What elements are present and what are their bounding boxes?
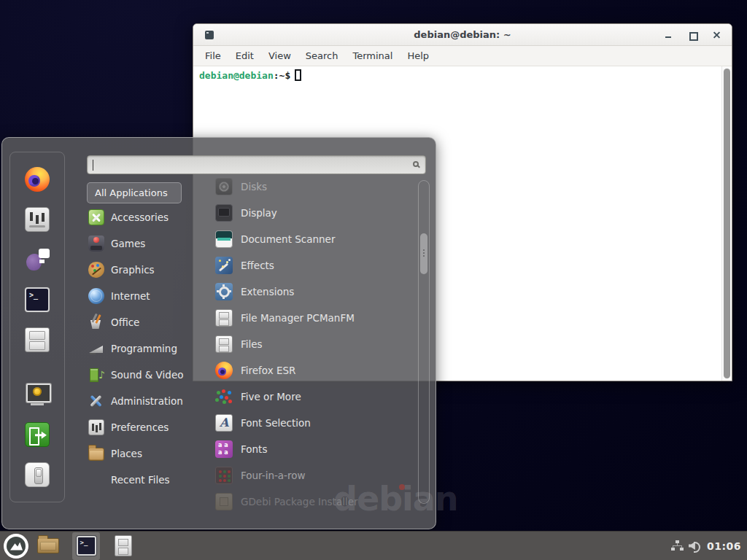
category-graphics[interactable]: Graphics	[85, 257, 199, 283]
terminal-menu-file[interactable]: File	[198, 46, 228, 66]
terminal-scrollbar-thumb[interactable]	[724, 69, 730, 378]
terminal-menu-edit[interactable]: Edit	[228, 46, 261, 66]
terminal-titlebar[interactable]: debian@debian: ~	[193, 24, 732, 46]
taskbar-terminal-button[interactable]	[72, 532, 100, 560]
window-title: debian@debian: ~	[193, 29, 732, 40]
category-games[interactable]: Games	[85, 230, 199, 257]
five-or-more-icon	[215, 388, 233, 405]
category-programming[interactable]: Programming	[85, 335, 199, 362]
app-item-disks[interactable]: Disks	[211, 174, 419, 200]
category-all-applications[interactable]: All Applications	[87, 182, 182, 203]
app-item-extensions[interactable]: Extensions	[211, 279, 419, 305]
prompt-user: debian@debian	[199, 70, 274, 81]
taskbar: 01:06	[0, 531, 747, 560]
category-label: Sound & Video	[111, 369, 183, 381]
category-label: Office	[111, 316, 139, 328]
favorite-shut-down-button[interactable]	[23, 462, 52, 487]
terminal-menu-view[interactable]: View	[261, 46, 298, 66]
category-places[interactable]: Places	[85, 440, 199, 467]
volume-icon[interactable]	[689, 540, 701, 551]
category-label: Games	[111, 238, 145, 249]
fonts-icon	[215, 440, 233, 458]
terminal-cursor	[295, 69, 301, 81]
minimize-button[interactable]	[660, 27, 676, 43]
places-icon	[88, 448, 104, 461]
effects-icon	[215, 257, 233, 274]
app-label: Extensions	[241, 286, 294, 298]
app-item-display[interactable]: Display	[211, 200, 419, 226]
folder-icon	[37, 538, 59, 553]
app-item-document-scanner[interactable]: Document Scanner	[211, 226, 419, 252]
app-label: Display	[241, 207, 277, 219]
desktop[interactable]: { "terminal": { "title": "debian@debian:…	[0, 0, 747, 560]
taskbar-file-manager-button[interactable]	[31, 532, 65, 560]
app-label: File Manager PCManFM	[241, 312, 355, 324]
category-administration[interactable]: Administration	[85, 388, 199, 414]
file-cabinet-icon	[215, 335, 233, 353]
prompt-suffix: :~$	[274, 70, 290, 81]
category-recent-files[interactable]: Recent Files	[85, 467, 199, 493]
control-panel-icon	[25, 207, 50, 232]
preferences-icon	[88, 419, 104, 435]
office-icon	[88, 314, 104, 330]
app-item-firefox-esr[interactable]: Firefox ESR	[211, 357, 419, 384]
app-item-font-selection[interactable]: Font Selection	[211, 410, 419, 436]
app-list-scrollbar	[418, 180, 430, 504]
app-item-file-manager-pcmanfm[interactable]: File Manager PCManFM	[211, 305, 419, 331]
category-preferences[interactable]: Preferences	[85, 414, 199, 440]
pidgin-icon	[25, 247, 50, 272]
category-internet[interactable]: Internet	[85, 283, 199, 309]
terminal-menubar: FileEditViewSearchTerminalHelp	[193, 46, 732, 66]
disks-icon	[215, 178, 233, 195]
category-label: Recent Files	[111, 474, 170, 486]
terminal-menu-help[interactable]: Help	[400, 46, 436, 66]
terminal-menu-terminal[interactable]: Terminal	[345, 46, 400, 66]
internet-icon	[88, 288, 104, 304]
app-label: Effects	[241, 260, 274, 271]
category-accessories[interactable]: Accessories	[85, 204, 199, 230]
app-item-effects[interactable]: Effects	[211, 252, 419, 279]
taskbar-files-button[interactable]	[100, 532, 132, 560]
app-label: Fonts	[241, 443, 267, 455]
graphics-icon	[88, 262, 104, 278]
category-label: Accessories	[111, 211, 169, 223]
category-office[interactable]: Office	[85, 309, 199, 335]
file-cabinet-icon	[115, 535, 132, 556]
favorite-firefox-button[interactable]	[23, 167, 52, 192]
file-cabinet-icon	[215, 309, 233, 327]
maximize-button[interactable]	[684, 27, 700, 43]
extensions-icon	[215, 283, 233, 300]
app-label: Firefox ESR	[241, 365, 295, 376]
app-item-fonts[interactable]: Fonts	[211, 436, 419, 462]
close-button[interactable]	[708, 27, 724, 43]
app-list-scrollbar-thumb[interactable]	[420, 233, 427, 274]
taskbar-menu-button[interactable]	[0, 532, 31, 560]
gdebi-icon	[215, 493, 233, 510]
favorite-control-panel-button[interactable]	[23, 207, 52, 233]
category-label: Internet	[111, 290, 150, 302]
app-item-files[interactable]: Files	[211, 331, 419, 357]
network-icon[interactable]	[671, 540, 684, 551]
favorite-log-out-button[interactable]	[23, 421, 52, 447]
app-label: Five or More	[241, 391, 301, 402]
terminal-menu-search[interactable]: Search	[298, 46, 346, 66]
app-label: Document Scanner	[241, 233, 335, 245]
favorite-pidgin-button[interactable]	[23, 247, 52, 273]
category-sound-video[interactable]: Sound & Video	[85, 362, 199, 388]
document-scanner-icon	[215, 230, 233, 248]
category-label: All Applications	[95, 187, 168, 198]
firefox-icon	[25, 167, 50, 192]
app-item-five-or-more[interactable]: Five or More	[211, 384, 419, 410]
log-out-icon	[25, 422, 50, 447]
taskbar-clock[interactable]: 01:06	[707, 540, 741, 552]
category-label: Programming	[111, 343, 177, 354]
firefox-icon	[215, 362, 233, 379]
search-input[interactable]	[88, 156, 425, 174]
favorite-lock-screen-button[interactable]	[23, 381, 52, 407]
favorite-terminal-button[interactable]	[23, 287, 52, 313]
favorite-file-cabinet-button[interactable]	[23, 327, 52, 353]
category-label: Administration	[111, 395, 183, 407]
accessories-icon	[88, 209, 104, 225]
terminal-scrollbar	[721, 66, 732, 381]
font-selection-icon	[215, 414, 233, 432]
